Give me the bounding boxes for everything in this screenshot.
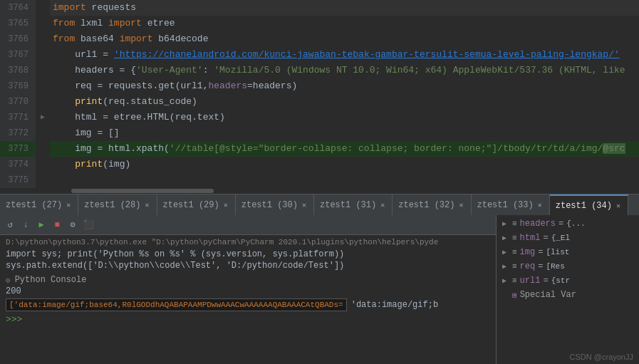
debug-button[interactable]: ⬛ — [82, 219, 95, 232]
console-panel: ↺ ↓ ▶ ■ ⚙ ⬛ D:\python\python3.7\python.e… — [0, 215, 497, 364]
python-console-label: Python Console — [15, 275, 87, 285]
var-type-icon-req: ≡ — [512, 262, 517, 271]
var-name-html: html — [520, 233, 541, 243]
tab-close-icon[interactable]: ✕ — [615, 201, 622, 211]
tab-close-icon[interactable]: ✕ — [301, 200, 308, 210]
tab-close-icon[interactable]: ✕ — [65, 200, 72, 210]
var-eq-img: = — [538, 247, 543, 257]
tab-ztest1-34[interactable]: ztest1 (34) ✕ — [550, 194, 628, 215]
line-num-3767: 3767 — [0, 47, 36, 63]
console-code-line-1: import sys; print('Python %s on %s' % (s… — [6, 249, 490, 259]
line-num-3774: 3774 — [0, 157, 36, 172]
tab-ztest1-27[interactable]: ztest1 (27) ✕ — [0, 194, 78, 215]
expand-icon-headers: ▶ — [502, 219, 509, 228]
line-indicator-3773 — [36, 141, 50, 157]
line-indicator-3769 — [36, 78, 50, 94]
var-name-special: Special Var — [520, 290, 576, 300]
watermark-text: CSDN @crayonJJ — [570, 353, 633, 361]
tab-label: ztest1 (27) — [6, 200, 62, 210]
var-val-req: [Res — [546, 262, 564, 271]
line-num-3771: 3771 — [0, 110, 36, 125]
console-prompt[interactable]: >>> — [6, 314, 490, 325]
code-line-3772: 3772 img = [] — [0, 125, 639, 141]
line-indicator-3771: ▶ — [36, 110, 50, 125]
scroll-end-button[interactable]: ↓ — [19, 219, 32, 232]
expand-icon-html: ▶ — [502, 234, 509, 242]
var-item-req[interactable]: ▶ ≡ req = [Res — [497, 259, 639, 274]
console-result-line: ['data:image/gif;base64,R0lGODdhAQABAPAA… — [6, 298, 490, 311]
tab-close-icon[interactable]: ✕ — [457, 200, 464, 210]
tab-bar: ztest1 (27) ✕ ztest1 (28) ✕ ztest1 (29) … — [0, 194, 639, 215]
tab-ztest1-29[interactable]: ztest1 (29) ✕ — [157, 194, 236, 215]
tab-close-icon[interactable]: ✕ — [143, 200, 150, 210]
tab-ztest1-33[interactable]: ztest1 (33) ✕ — [472, 194, 550, 215]
var-item-html[interactable]: ▶ ≡ html = {_El — [497, 231, 639, 245]
stop-button[interactable]: ■ — [51, 219, 63, 232]
console-output-200: 200 — [6, 286, 490, 296]
tab-ztest1-31[interactable]: ztest1 (31) ✕ — [314, 194, 393, 215]
tab-label: ztest1 (33) — [477, 200, 534, 210]
var-eq-html: = — [543, 233, 548, 243]
code-line-3764: 3764 import requests — [0, 0, 639, 16]
tab-label: ztest1 (29) — [163, 200, 219, 210]
line-indicator-3768 — [36, 63, 50, 78]
line-content-3768: headers = {'User-Agent': 'Mozilla/5.0 (W… — [50, 63, 639, 78]
variable-list: ▶ ≡ headers = {... ▶ ≡ html = {_El ▶ ≡ i… — [497, 215, 639, 364]
run-button[interactable]: ▶ — [35, 219, 48, 232]
var-name-headers: headers — [520, 219, 556, 229]
var-val-headers: {... — [566, 219, 585, 228]
line-indicator-3775 — [36, 172, 50, 188]
line-indicator-3767 — [36, 47, 50, 63]
bottom-area: ↺ ↓ ▶ ■ ⚙ ⬛ D:\python\python3.7\python.e… — [0, 215, 639, 364]
tab-close-icon[interactable]: ✕ — [379, 200, 386, 210]
line-indicator-3766 — [36, 31, 50, 47]
line-content-3769: req = requests.get(url1,headers=headers) — [50, 78, 639, 94]
tab-close-icon[interactable]: ✕ — [222, 200, 229, 210]
line-indicator-3770 — [36, 94, 50, 110]
line-num-3764: 3764 — [0, 0, 36, 16]
tab-label: ztest1 (31) — [320, 200, 376, 210]
var-type-icon-url1: ≡ — [512, 276, 517, 285]
var-eq-req: = — [538, 261, 543, 271]
code-line-3766: 3766 from base64 import b64decode — [0, 31, 639, 47]
line-content-3766: from base64 import b64decode — [50, 31, 639, 47]
tabs-container: ztest1 (27) ✕ ztest1 (28) ✕ ztest1 (29) … — [0, 194, 639, 215]
line-content-3771: html = etree.HTML(req.text) — [50, 110, 639, 125]
line-content-3772: img = [] — [50, 125, 639, 141]
line-indicator-3772 — [36, 125, 50, 141]
tab-close-icon[interactable]: ✕ — [536, 200, 544, 210]
tab-ztest1-30[interactable]: ztest1 (30) ✕ — [236, 194, 314, 215]
console-result-highlighted: ['data:image/gif;base64,R0lGODdhAQABAPAA… — [6, 298, 347, 311]
settings-button[interactable]: ⚙ — [66, 219, 79, 232]
line-num-3769: 3769 — [0, 78, 36, 94]
code-line-3775: 3775 — [0, 172, 639, 188]
console-content: D:\python\python3.7\python.exe "D:\pytho… — [0, 235, 496, 364]
line-content-3764: import requests — [50, 0, 639, 16]
var-item-headers[interactable]: ▶ ≡ headers = {... — [497, 217, 639, 231]
var-val-img: [list — [546, 248, 569, 256]
var-val-html: {_El — [551, 234, 570, 242]
tab-ztest1-28[interactable]: ztest1 (28) ✕ — [78, 194, 157, 215]
line-content-3765: from lxml import etree — [50, 16, 639, 31]
line-content-3770: print(req.status_code) — [50, 94, 639, 110]
var-item-img[interactable]: ▶ ≡ img = [list — [497, 245, 639, 259]
var-item-special[interactable]: ⊞ Special Var — [497, 288, 639, 302]
line-num-3766: 3766 — [0, 31, 36, 47]
line-content-3774: print(img) — [50, 157, 639, 172]
terminal-icon: ⊙ — [6, 276, 11, 285]
var-eq-url1: = — [543, 276, 548, 286]
tab-label: ztest1 (34) — [556, 201, 612, 211]
var-item-url1[interactable]: ▶ ≡ url1 = {str — [497, 274, 639, 288]
expand-icon-img: ▶ — [502, 248, 509, 256]
line-num-3768: 3768 — [0, 63, 36, 78]
code-line-3770: 3770 print(req.status_code) — [0, 94, 639, 110]
expand-icon-url1: ▶ — [502, 276, 509, 285]
console-result-extra: 'data:image/gif;b — [351, 300, 438, 310]
line-indicator-3774 — [36, 157, 50, 172]
line-num-3772: 3772 — [0, 125, 36, 141]
rerun-button[interactable]: ↺ — [4, 219, 16, 232]
horizontal-scrollbar[interactable] — [0, 188, 639, 194]
line-content-3773: img = html.xpath('//table[@style="border… — [50, 141, 639, 157]
tab-ztest1-32[interactable]: ztest1 (32) ✕ — [393, 194, 471, 215]
code-line-3769: 3769 req = requests.get(url1,headers=hea… — [0, 78, 639, 94]
